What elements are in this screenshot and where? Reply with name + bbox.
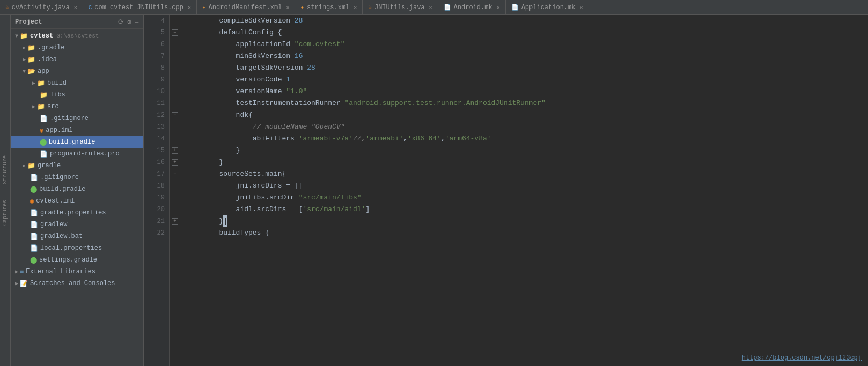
tree-item-external-libs[interactable]: ▶ ≡ External Libraries (11, 266, 143, 278)
main-area: Structure Captures Project ⟳ ⚙ ≡ ▼ 📁 cvt (0, 15, 868, 366)
tree-item-app-iml[interactable]: ◉ app.iml (11, 124, 143, 136)
gradle-icon: ⬤ (40, 138, 47, 146)
tree-item-gradlew-bat[interactable]: 📄 gradlew.bat (11, 230, 143, 242)
code-comment: // moduleName "OpenCV" (253, 121, 345, 133)
tree-item-src[interactable]: ▶ 📁 src (11, 101, 143, 113)
tab-close-icon[interactable]: ✕ (286, 4, 289, 11)
code-line: applicationId "com.cvtest" (186, 39, 863, 50)
code-content[interactable]: compileSdkVersion 28 defaultConfig { app… (180, 15, 868, 366)
tab-close-icon[interactable]: ✕ (188, 4, 191, 11)
tab-cvactivity[interactable]: ☕ cvActivity.java ✕ (0, 0, 83, 14)
tree-label: build.gradle (39, 185, 85, 193)
fold-up-icon[interactable]: + (172, 147, 178, 154)
tree-item-cvtest[interactable]: ▼ 📁 cvtest G:\as\cvtest (11, 30, 143, 42)
tab-bar: ☕ cvActivity.java ✕ C com_cvtest_JNIUtil… (0, 0, 868, 15)
tree-item-gradle-hidden[interactable]: ▶ 📁 .gradle (11, 42, 143, 54)
folder-icon: 📁 (20, 32, 28, 40)
xml-icon: ✦ (202, 4, 206, 11)
tab-jniutils-java[interactable]: ☕ JNIUtils.java ✕ (363, 0, 438, 14)
tab-android-mk[interactable]: 📄 Android.mk ✕ (438, 0, 506, 14)
tree-item-gitignore-root[interactable]: 📄 .gitignore (11, 171, 143, 183)
bat-icon: 📄 (30, 233, 38, 241)
tab-close-icon[interactable]: ✕ (354, 4, 357, 11)
code-line: }| (186, 215, 863, 227)
code-brace: { (278, 27, 282, 39)
fold-down-icon[interactable]: − (172, 112, 178, 118)
tree-item-idea[interactable]: ▶ 📁 .idea (11, 54, 143, 65)
tree-item-settings-gradle[interactable]: ⬤ settings.gradle (11, 254, 143, 266)
gutter-cell-fold[interactable]: + (170, 145, 180, 156)
tree-label: libs (50, 91, 65, 99)
tree-item-build[interactable]: ▶ 📁 build (11, 77, 143, 89)
tab-label: com_cvtest_JNIUtils.cpp (94, 4, 183, 11)
fold-down-icon[interactable]: − (172, 29, 178, 36)
tab-androidmanifest[interactable]: ✦ AndroidManifest.xml ✕ (197, 0, 295, 14)
gutter-cell-fold[interactable]: − (170, 109, 180, 121)
tree-item-build-gradle-app[interactable]: ⬤ build.gradle (11, 136, 143, 148)
tree-item-scratches[interactable]: ▶ 📝 Scratches and Consoles (11, 278, 143, 289)
tree-label: gradlew (40, 221, 67, 228)
captures-btn[interactable]: Captures (1, 198, 9, 228)
structure-btn[interactable]: Structure (1, 153, 9, 186)
fold-down-icon[interactable]: − (172, 171, 178, 177)
file-icon: 📄 (30, 209, 38, 217)
collapse-icon[interactable]: ≡ (135, 18, 139, 26)
folder-icon: 📁 (40, 91, 48, 99)
fold-up-icon[interactable]: + (172, 159, 178, 166)
code-line: // moduleName "OpenCV" (186, 121, 863, 133)
tree-label: gradle (38, 162, 61, 169)
tab-strings-xml[interactable]: ✦ strings.xml ✕ (295, 0, 363, 14)
fold-up-icon[interactable]: + (172, 218, 178, 225)
folder-icon: 📁 (27, 162, 35, 170)
code-line: targetSdkVersion 28 (186, 62, 863, 74)
tab-close-icon[interactable]: ✕ (579, 4, 583, 11)
tree-label: .gitignore (50, 115, 89, 122)
code-str: "src/main/libs" (299, 192, 362, 204)
tab-close-icon[interactable]: ✕ (497, 4, 500, 11)
gutter-cell-fold[interactable]: + (170, 156, 180, 168)
sync-icon[interactable]: ⟳ (118, 18, 124, 26)
tab-jniutils-cpp[interactable]: C com_cvtest_JNIUtils.cpp ✕ (83, 0, 197, 14)
tree-item-gradle-properties[interactable]: 📄 gradle.properties (11, 207, 143, 219)
file-icon: ◉ (40, 126, 43, 135)
tree-item-proguard[interactable]: 📄 proguard-rules.pro (11, 148, 143, 160)
tree-item-build-gradle-root[interactable]: ⬤ build.gradle (11, 183, 143, 195)
tree-item-gradlew[interactable]: 📄 gradlew (11, 219, 143, 230)
file-icon: 📄 (30, 244, 38, 252)
tree-item-app[interactable]: ▼ 📂 app (11, 65, 143, 77)
code-text (186, 121, 253, 133)
tab-close-icon[interactable]: ✕ (429, 4, 432, 11)
gutter-cell-fold[interactable]: − (170, 168, 180, 180)
cpp-icon: C (89, 4, 92, 11)
url-bar[interactable]: https://blog.csdn.net/cpj123cpj (742, 354, 862, 362)
code-text (186, 215, 219, 227)
tree-item-gradle-root[interactable]: ▶ 📁 gradle (11, 160, 143, 171)
tree-label: proguard-rules.pro (50, 150, 120, 158)
expand-arrow: ▶ (23, 44, 26, 51)
gutter-cell (170, 74, 180, 86)
tree-label: .gradle (38, 44, 64, 51)
line-num: 6 (144, 39, 165, 50)
folder-icon: 📁 (27, 44, 35, 52)
tree-item-gitignore-app[interactable]: 📄 .gitignore (11, 113, 143, 124)
tree-label: .idea (38, 56, 57, 63)
gutter-cell (170, 227, 180, 239)
code-str: 'src/main/aidl' (303, 204, 365, 215)
code-str: "android.support.test.runner.AndroidJUni… (344, 98, 545, 109)
tab-application-mk[interactable]: 📄 Application.mk ✕ (506, 0, 589, 14)
gutter-cell-fold[interactable]: + (170, 215, 180, 227)
ext-lib-icon: ≡ (20, 268, 24, 275)
line-num: 15 (144, 145, 165, 156)
gutter-cell-fold[interactable]: − (170, 27, 180, 39)
code-line: versionName "1.0" (186, 86, 863, 98)
code-text (186, 156, 219, 168)
line-num: 5 (144, 27, 165, 39)
tree-item-libs[interactable]: 📁 libs (11, 89, 143, 101)
settings-icon[interactable]: ⚙ (127, 18, 131, 26)
tree-item-local-properties[interactable]: 📄 local.properties (11, 242, 143, 254)
tab-close-icon[interactable]: ✕ (74, 4, 77, 11)
tree-label: gradlew.bat (40, 233, 83, 240)
tree-item-cvtest-iml[interactable]: ◉ cvtest.iml (11, 195, 143, 207)
tree-label: app.iml (46, 126, 72, 134)
sidebar-header: Project ⟳ ⚙ ≡ (11, 15, 143, 29)
